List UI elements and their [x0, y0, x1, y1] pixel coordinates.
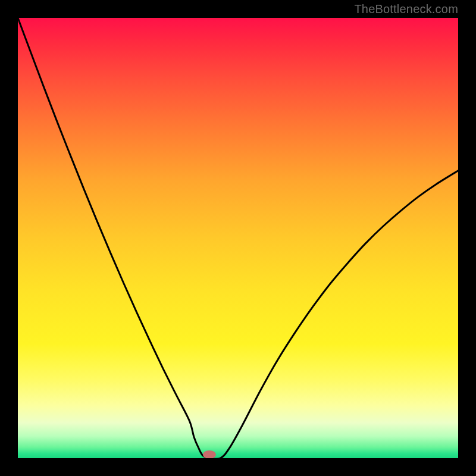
optimum-marker: [203, 450, 216, 458]
bottleneck-curve: [18, 18, 458, 458]
chart-frame: TheBottleneck.com: [0, 0, 476, 476]
watermark-text: TheBottleneck.com: [354, 2, 458, 16]
plot-area: [18, 18, 458, 458]
curve-layer: [18, 18, 458, 458]
